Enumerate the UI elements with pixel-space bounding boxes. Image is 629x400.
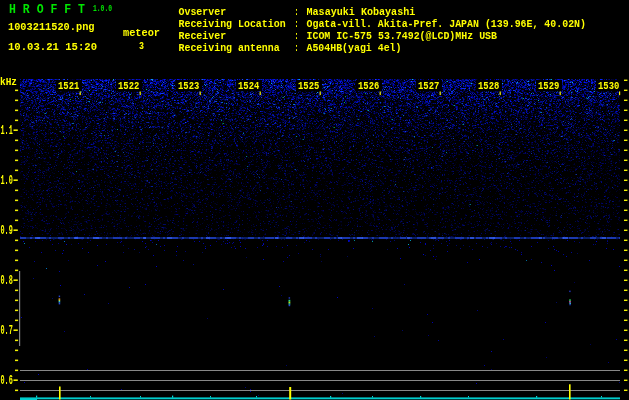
svg-text:Ogata-vill. Akita-Pref. JAPAN: Ogata-vill. Akita-Pref. JAPAN (139.96E, … xyxy=(307,18,587,30)
svg-text:1529: 1529 xyxy=(538,79,559,92)
svg-text:ICOM IC-575 53.7492(@LCD)MHz U: ICOM IC-575 53.7492(@LCD)MHz USB xyxy=(307,30,498,42)
svg-text:0.8: 0.8 xyxy=(1,274,13,288)
svg-text:meteor: meteor xyxy=(123,27,160,39)
svg-text:kHz: kHz xyxy=(0,76,17,88)
svg-text:Receiving antenna: Receiving antenna xyxy=(179,42,280,54)
svg-text:1521: 1521 xyxy=(58,79,79,92)
svg-text::: : xyxy=(295,18,299,30)
svg-text:Ovserver: Ovserver xyxy=(179,6,227,18)
svg-text::: : xyxy=(295,6,299,18)
svg-text:1525: 1525 xyxy=(298,79,319,92)
svg-text:0.7: 0.7 xyxy=(1,324,13,338)
svg-text:Receiver: Receiver xyxy=(179,30,227,42)
svg-text:A504HB(yagi 4el): A504HB(yagi 4el) xyxy=(307,42,402,54)
svg-text:10.03.21 15:20: 10.03.21 15:20 xyxy=(8,40,97,53)
svg-text:1528: 1528 xyxy=(478,79,499,92)
svg-text:1530: 1530 xyxy=(598,79,619,92)
svg-text:1003211520.png: 1003211520.png xyxy=(8,21,95,33)
svg-text:Masayuki Kobayashi: Masayuki Kobayashi xyxy=(307,6,416,18)
svg-text:0.6: 0.6 xyxy=(1,374,13,388)
svg-text::: : xyxy=(295,30,299,42)
svg-text:1.1: 1.1 xyxy=(1,124,13,138)
svg-text:Receiving Location: Receiving Location xyxy=(179,18,286,30)
svg-text:3: 3 xyxy=(139,41,144,52)
svg-text:1.0: 1.0 xyxy=(1,174,13,188)
svg-text::: : xyxy=(295,42,299,54)
svg-text:H R O F F T: H R O F F T xyxy=(9,2,85,17)
svg-text:1526: 1526 xyxy=(358,79,379,92)
svg-text:1527: 1527 xyxy=(418,79,439,92)
svg-text:1524: 1524 xyxy=(238,79,259,92)
svg-text:1523: 1523 xyxy=(178,79,199,92)
svg-text:1522: 1522 xyxy=(118,79,139,92)
svg-text:0.9: 0.9 xyxy=(1,224,13,238)
svg-text:1.0.0: 1.0.0 xyxy=(93,3,112,14)
